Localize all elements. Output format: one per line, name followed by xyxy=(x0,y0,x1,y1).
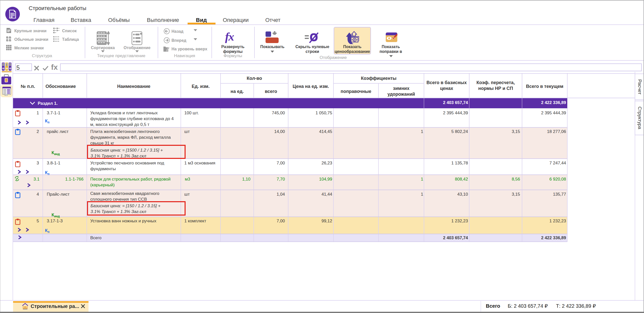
svg-text:P: P xyxy=(354,39,355,42)
